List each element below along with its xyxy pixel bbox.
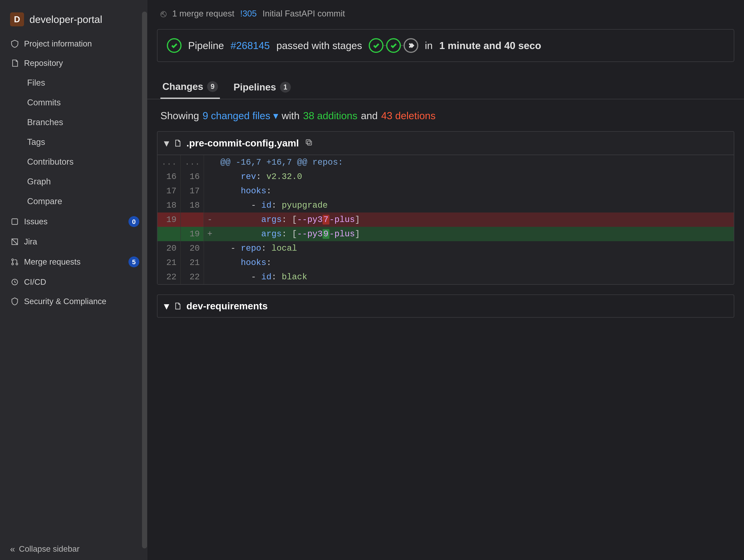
stage-skipped-icon[interactable]	[404, 38, 418, 53]
chevron-down-icon: ▾	[273, 110, 278, 121]
changed-files-dropdown[interactable]: 9 changed files ▾	[202, 110, 278, 121]
line-number-old: 16	[157, 170, 181, 184]
diff-file: ▾ .pre-commit-config.yaml ... ... @@ -16…	[157, 131, 734, 285]
diff-code: rev: v2.32.0	[216, 170, 734, 184]
hunk-text: @@ -16,7 +16,7 @@ repos:	[216, 155, 734, 170]
diff-line: 1616 rev: v2.32.0	[157, 170, 734, 184]
tab-label: Pipelines	[233, 81, 276, 93]
diff-summary: Showing 9 changed files ▾ with 38 additi…	[147, 99, 744, 129]
sidebar-label: CI/CD	[24, 277, 139, 287]
pipeline-id-link[interactable]: #268145	[230, 40, 270, 51]
sidebar-label: Jira	[24, 237, 139, 247]
line-number-old	[157, 227, 181, 241]
file-icon	[174, 139, 182, 147]
line-number-old: ...	[157, 155, 181, 170]
tab-changes[interactable]: Changes 9	[160, 76, 220, 99]
file-name: dev-requirements	[186, 300, 268, 312]
related-merge-requests: ⎋ 1 merge request !305 Initial FastAPI c…	[147, 6, 744, 25]
cicd-icon	[10, 277, 20, 287]
diff-sign	[204, 256, 216, 270]
merge-request-icon: ⎋	[160, 8, 166, 20]
sidebar-item-cicd[interactable]: CI/CD	[0, 272, 147, 292]
mr-count-badge: 5	[128, 257, 139, 267]
diff-tabs: Changes 9 Pipelines 1	[147, 74, 744, 99]
mr-link[interactable]: !305	[240, 9, 257, 18]
issues-count-badge: 0	[128, 216, 139, 227]
line-number-old: 21	[157, 256, 181, 270]
collapse-sidebar[interactable]: « Collapse sidebar	[0, 538, 147, 560]
svg-rect-5	[307, 141, 311, 145]
diff-file-header[interactable]: ▾ .pre-commit-config.yaml	[157, 132, 734, 155]
sidebar-item-merge-requests[interactable]: Merge requests 5	[0, 252, 147, 272]
summary-showing: Showing	[160, 110, 199, 121]
sidebar-item-compare[interactable]: Compare	[0, 191, 147, 211]
line-number-new: 16	[181, 170, 204, 184]
summary-with: with	[282, 110, 300, 121]
pipeline-duration: 1 minute and 40 seco	[439, 40, 541, 51]
sidebar-item-commits[interactable]: Commits	[0, 92, 147, 112]
line-number-new: 22	[181, 270, 204, 284]
tab-count: 1	[280, 82, 291, 92]
file-name: .pre-commit-config.yaml	[186, 138, 299, 149]
diff-body: ... ... @@ -16,7 +16,7 @@ repos: 1616 re…	[157, 155, 734, 284]
diff-line: 1818 - id: pyupgrade	[157, 198, 734, 213]
sidebar: D developer-portal Project information R…	[0, 0, 147, 560]
diff-code: hooks:	[216, 256, 734, 270]
sidebar-item-jira[interactable]: Jira	[0, 232, 147, 252]
svg-rect-6	[306, 140, 310, 144]
diff-code: - id: black	[216, 270, 734, 284]
diff-line: 2222 - id: black	[157, 270, 734, 284]
collapse-label: Collapse sidebar	[19, 544, 80, 554]
sidebar-label: Repository	[24, 59, 139, 68]
summary-additions: 38 additions	[303, 110, 357, 121]
line-number-old: 19	[157, 213, 181, 227]
line-number-old: 22	[157, 270, 181, 284]
sidebar-item-tags[interactable]: Tags	[0, 132, 147, 152]
stage-passed-icon[interactable]	[386, 38, 401, 53]
jira-icon	[10, 237, 20, 247]
pipeline-status-passed-icon	[167, 38, 182, 53]
tab-label: Changes	[162, 81, 203, 92]
pipeline-word: Pipeline	[188, 40, 224, 51]
diff-file-header[interactable]: ▾ dev-requirements	[157, 294, 734, 318]
svg-rect-0	[12, 219, 17, 224]
stage-passed-icon[interactable]	[369, 38, 383, 53]
diff-line: 2020 - repo: local	[157, 241, 734, 256]
tab-pipelines[interactable]: Pipelines 1	[231, 76, 293, 99]
line-number-new: 17	[181, 184, 204, 198]
sidebar-label: Merge requests	[24, 257, 124, 266]
pipeline-status-text: passed with stages	[276, 40, 362, 51]
svg-point-1	[12, 259, 13, 261]
diff-sign	[204, 241, 216, 256]
diff-code: args: [--py37-plus]	[216, 213, 734, 227]
sidebar-item-project-information[interactable]: Project information	[0, 34, 147, 53]
diff-sign	[204, 170, 216, 184]
project-header[interactable]: D developer-portal	[0, 8, 147, 34]
repository-icon	[10, 59, 20, 68]
sidebar-label: Issues	[24, 217, 124, 226]
diff-code: - id: pyupgrade	[216, 198, 734, 213]
project-name: developer-portal	[30, 13, 102, 25]
mr-title: Initial FastAPI commit	[263, 9, 345, 18]
pipeline-stages	[369, 38, 418, 53]
summary-deletions: 43 deletions	[381, 110, 435, 121]
diff-code: hooks:	[216, 184, 734, 198]
sidebar-item-graph[interactable]: Graph	[0, 172, 147, 191]
pipeline-duration-prefix: in	[425, 40, 433, 51]
sidebar-item-files[interactable]: Files	[0, 73, 147, 92]
mr-count-text: 1 merge request	[172, 9, 234, 18]
sidebar-item-repository[interactable]: Repository	[0, 53, 147, 73]
summary-and: and	[361, 110, 378, 121]
copy-path-icon[interactable]	[305, 138, 313, 149]
main-content: ⎋ 1 merge request !305 Initial FastAPI c…	[147, 0, 744, 560]
sidebar-label: Project information	[24, 39, 139, 48]
diff-line: 1717 hooks:	[157, 184, 734, 198]
diff-sign	[204, 184, 216, 198]
diff-sign	[204, 198, 216, 213]
sidebar-item-issues[interactable]: Issues 0	[0, 211, 147, 232]
svg-point-3	[16, 263, 17, 265]
sidebar-item-branches[interactable]: Branches	[0, 112, 147, 132]
sidebar-item-contributors[interactable]: Contributors	[0, 152, 147, 172]
issues-icon	[10, 217, 20, 226]
sidebar-item-security[interactable]: Security & Compliance	[0, 292, 147, 311]
